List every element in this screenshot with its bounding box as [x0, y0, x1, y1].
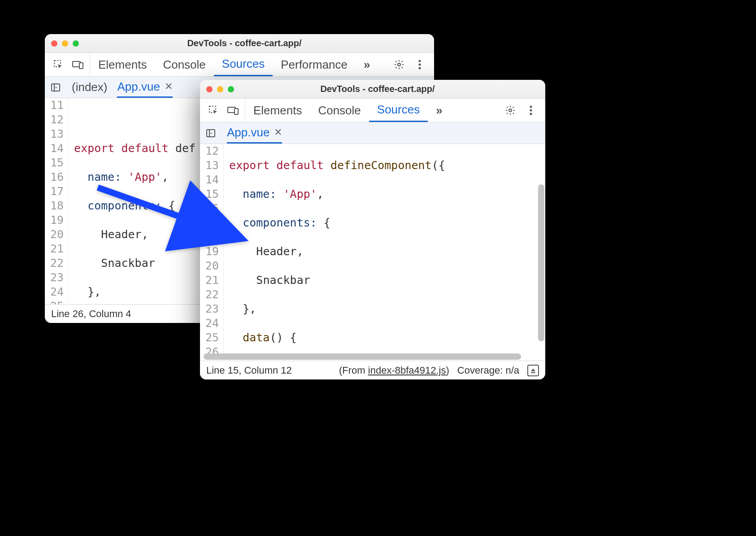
- device-toggle-icon[interactable]: [72, 58, 84, 71]
- line-number: 20: [205, 259, 219, 273]
- traffic-lights: [206, 86, 234, 92]
- file-tabs-row: App.vue ✕: [200, 122, 545, 144]
- line-number: 23: [50, 270, 64, 285]
- code-area[interactable]: export default defineComponent({ name: '…: [224, 144, 545, 361]
- svg-rect-2: [79, 63, 83, 69]
- file-tab-index[interactable]: (index): [72, 77, 107, 98]
- minimize-dot-icon[interactable]: [217, 86, 223, 92]
- gear-icon[interactable]: [393, 58, 405, 71]
- line-number: 23: [205, 302, 219, 316]
- svg-point-15: [530, 113, 532, 115]
- line-number: 15: [205, 187, 219, 201]
- main-toolbar: Elements Console Sources »: [200, 99, 545, 122]
- line-number: 18: [50, 199, 64, 213]
- svg-point-13: [530, 106, 532, 108]
- file-tab-appvue[interactable]: App.vue ✕: [227, 122, 282, 144]
- line-number: 24: [50, 285, 64, 299]
- file-tab-label: (index): [72, 80, 107, 94]
- devtools-window-2: DevTools - coffee-cart.app/ Elements Con…: [200, 80, 545, 379]
- show-navigator-icon[interactable]: [204, 127, 217, 139]
- line-number: 22: [205, 288, 219, 302]
- line-number: 20: [50, 227, 64, 242]
- line-number: 24: [205, 316, 219, 331]
- line-number: 16: [50, 170, 64, 184]
- line-number: 11: [50, 98, 64, 113]
- zoom-dot-icon[interactable]: [228, 86, 234, 92]
- status-bar: Line 15, Column 12 (From index-8bfa4912.…: [200, 361, 545, 379]
- tab-performance[interactable]: Performance: [273, 53, 356, 76]
- line-number: 14: [205, 173, 219, 187]
- window-title: DevTools - coffee-cart.app/: [234, 84, 539, 94]
- close-icon[interactable]: ✕: [274, 126, 282, 138]
- gear-icon[interactable]: [504, 104, 517, 117]
- tab-sources[interactable]: Sources: [214, 53, 273, 76]
- kebab-icon[interactable]: [413, 58, 426, 71]
- code-editor[interactable]: 12 13 14 15 16 17 18 19 20 21 22 23 24 2…: [200, 144, 545, 361]
- line-number: 17: [50, 184, 64, 199]
- minimize-dot-icon[interactable]: [62, 40, 68, 47]
- line-gutter: 11 12 13 14 15 16 17 18 19 20 21 22 23 2…: [45, 98, 69, 304]
- line-number: 19: [205, 244, 219, 259]
- line-number: 22: [50, 256, 64, 270]
- main-toolbar: Elements Console Sources Performance »: [45, 53, 434, 77]
- line-number: 16: [205, 201, 219, 216]
- line-number: 18: [205, 230, 219, 244]
- tab-elements[interactable]: Elements: [245, 99, 310, 122]
- svg-point-5: [419, 64, 421, 66]
- svg-rect-11: [235, 109, 238, 114]
- more-tabs-button[interactable]: »: [428, 99, 450, 122]
- close-dot-icon[interactable]: [51, 40, 57, 47]
- line-gutter: 12 13 14 15 16 17 18 19 20 21 22 23 24 2…: [200, 144, 224, 361]
- sourcemap-link[interactable]: index-8bfa4912.js: [368, 365, 446, 376]
- line-number: 21: [205, 273, 219, 288]
- file-tab-label: App.vue: [227, 126, 269, 139]
- line-number: 21: [50, 242, 64, 256]
- more-tabs-button[interactable]: »: [356, 53, 378, 76]
- horizontal-scrollbar[interactable]: [204, 353, 521, 360]
- close-dot-icon[interactable]: [206, 86, 213, 92]
- line-number: 25: [50, 299, 64, 304]
- line-number: 13: [205, 158, 219, 173]
- cursor-position: Line 26, Column 4: [51, 308, 131, 320]
- svg-point-4: [419, 60, 421, 62]
- kebab-icon[interactable]: [525, 104, 537, 117]
- window-titlebar[interactable]: DevTools - coffee-cart.app/: [45, 34, 434, 53]
- line-number: 12: [205, 144, 219, 158]
- tab-console[interactable]: Console: [155, 53, 213, 76]
- sourcemap-from: (From index-8bfa4912.js): [339, 365, 449, 376]
- device-toggle-icon[interactable]: [227, 104, 239, 117]
- window-title: DevTools - coffee-cart.app/: [79, 38, 428, 48]
- svg-point-12: [509, 109, 512, 112]
- vertical-scrollbar[interactable]: [538, 184, 544, 341]
- line-number: 25: [205, 331, 219, 345]
- zoom-dot-icon[interactable]: [73, 40, 79, 47]
- file-tab-label: App.vue: [117, 80, 160, 94]
- line-number: 14: [50, 141, 64, 156]
- tab-console[interactable]: Console: [310, 99, 369, 122]
- svg-point-14: [530, 109, 532, 112]
- file-tab-appvue[interactable]: App.vue ✕: [117, 77, 172, 98]
- line-number: 15: [50, 156, 64, 170]
- svg-rect-18: [531, 372, 535, 373]
- show-navigator-icon[interactable]: [49, 81, 62, 94]
- window-titlebar[interactable]: DevTools - coffee-cart.app/: [200, 80, 545, 99]
- cursor-position: Line 15, Column 12: [206, 365, 292, 376]
- tab-elements[interactable]: Elements: [90, 53, 155, 76]
- inspect-icon[interactable]: [52, 58, 65, 71]
- eject-icon[interactable]: [527, 365, 539, 376]
- inspect-icon[interactable]: [207, 104, 220, 117]
- svg-point-3: [398, 63, 400, 66]
- close-icon[interactable]: ✕: [165, 81, 173, 92]
- svg-point-6: [419, 67, 421, 70]
- line-number: 19: [50, 213, 64, 227]
- line-number: 13: [50, 127, 64, 141]
- line-number: 12: [50, 113, 64, 127]
- traffic-lights: [51, 40, 79, 47]
- tab-sources[interactable]: Sources: [369, 99, 428, 122]
- line-number: 17: [205, 216, 219, 230]
- coverage-label: Coverage: n/a: [457, 365, 519, 376]
